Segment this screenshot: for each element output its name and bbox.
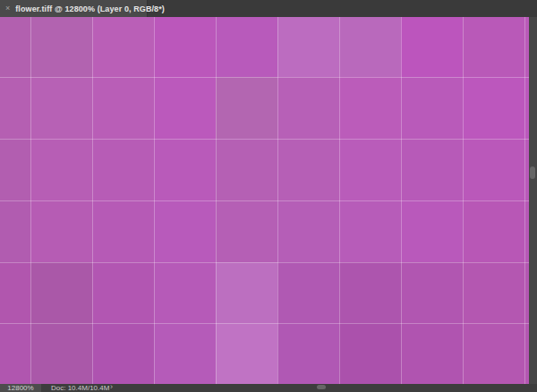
pixel-cell — [0, 323, 30, 384]
pixel-grid-line-horizontal — [0, 77, 529, 78]
pixel-cell — [216, 17, 277, 77]
pixel-cell — [30, 139, 92, 200]
pixel-cell — [30, 77, 92, 139]
pixel-cell — [401, 139, 463, 200]
pixel-cell — [92, 17, 154, 77]
pixel-cell — [277, 17, 339, 77]
photoshop-window: × flower.tiff @ 12800% (Layer 0, RGB/8*)… — [0, 0, 537, 392]
pixel-cell — [154, 323, 216, 384]
pixel-cell — [216, 200, 277, 262]
status-popup-chevron[interactable]: › — [110, 383, 113, 391]
vertical-scrollbar[interactable] — [529, 17, 537, 384]
horizontal-scrollbar-thumb[interactable] — [317, 385, 326, 389]
pixel-cell — [92, 139, 154, 200]
pixel-cell — [216, 323, 277, 384]
pixel-cell — [277, 77, 339, 139]
pixel-cell — [463, 323, 524, 384]
pixel-cell — [277, 200, 339, 262]
vertical-scrollbar-thumb[interactable] — [530, 166, 535, 179]
pixel-cell — [339, 77, 401, 139]
pixel-cell — [154, 77, 216, 139]
pixel-cell — [0, 77, 30, 139]
pixel-cell — [0, 262, 30, 323]
pixel-cell — [339, 139, 401, 200]
pixel-cell — [339, 323, 401, 384]
pixel-grid-line-horizontal — [0, 139, 529, 140]
pixel-cell — [30, 323, 92, 384]
zoom-level-field[interactable]: 12800% — [0, 384, 41, 392]
pixel-cell — [401, 17, 463, 77]
pixel-grid-line-horizontal — [0, 262, 529, 263]
pixel-cell — [154, 262, 216, 323]
doc-size-info: Doc: 10.4M/10.4M — [51, 384, 109, 392]
pixel-cell — [216, 77, 277, 139]
pixel-cell — [277, 139, 339, 200]
status-bar: 12800% Doc: 10.4M/10.4M › — [0, 384, 537, 392]
pixel-cell — [216, 262, 277, 323]
close-icon[interactable]: × — [5, 4, 10, 13]
pixel-cell — [277, 323, 339, 384]
pixel-cell — [0, 17, 30, 77]
pixel-cell — [92, 200, 154, 262]
pixel-cell — [92, 323, 154, 384]
pixel-cell — [0, 139, 30, 200]
pixel-cell — [463, 139, 524, 200]
pixel-cell — [154, 17, 216, 77]
pixel-cell — [401, 323, 463, 384]
pixel-cell — [92, 77, 154, 139]
pixel-cell — [463, 77, 524, 139]
pixel-cell — [277, 262, 339, 323]
pixel-grid-line-horizontal — [0, 200, 529, 201]
pixel-cell — [154, 139, 216, 200]
pixel-cell — [92, 262, 154, 323]
pixel-cell — [30, 17, 92, 77]
pixel-cell — [30, 262, 92, 323]
document-tab-title: flower.tiff @ 12800% (Layer 0, RGB/8*) — [15, 4, 165, 13]
pixel-cell — [463, 262, 524, 323]
document-tab[interactable]: × flower.tiff @ 12800% (Layer 0, RGB/8*) — [0, 0, 148, 17]
pixel-cell — [463, 200, 524, 262]
pixel-cell — [401, 77, 463, 139]
pixel-cell — [0, 200, 30, 262]
pixel-cell — [216, 139, 277, 200]
pixel-cell — [401, 262, 463, 323]
pixel-cell — [339, 262, 401, 323]
pixel-cell — [30, 200, 92, 262]
pixel-cell — [339, 200, 401, 262]
pixel-grid-line-horizontal — [0, 323, 529, 324]
pixel-cell — [401, 200, 463, 262]
image-canvas[interactable] — [0, 17, 529, 384]
pixel-cell — [154, 200, 216, 262]
pixel-cell — [463, 17, 524, 77]
pixel-cell — [339, 17, 401, 77]
document-tab-bar: × flower.tiff @ 12800% (Layer 0, RGB/8*) — [0, 0, 537, 17]
